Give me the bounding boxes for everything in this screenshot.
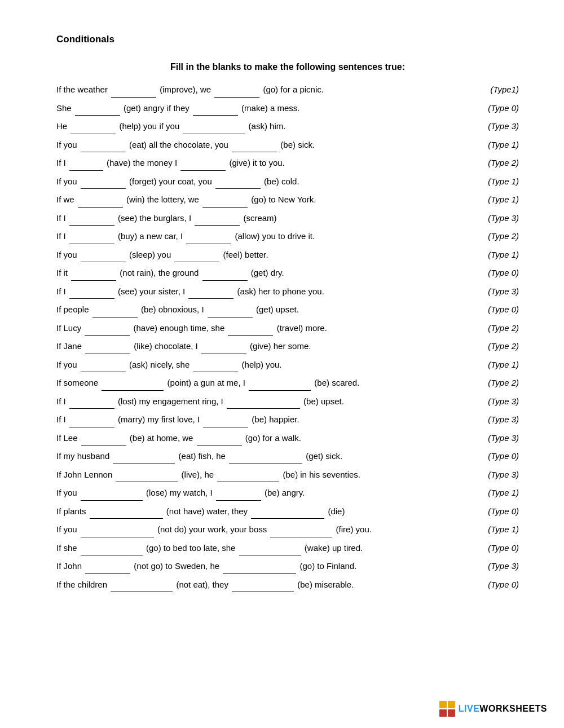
blank-2[interactable] bbox=[239, 541, 301, 556]
blank-1[interactable] bbox=[78, 192, 123, 208]
blank-1[interactable] bbox=[81, 248, 126, 263]
blank-2[interactable] bbox=[251, 504, 324, 519]
sentence-type: (Type 3) bbox=[474, 431, 519, 445]
liveworksheets-logo: LIVEWORKSHEETS bbox=[439, 701, 547, 717]
sentence-item: If the weather (improve), we (go) for a … bbox=[56, 82, 519, 98]
blank-2[interactable] bbox=[174, 248, 219, 263]
sentence-text: If I (have) the money I (give) it to you… bbox=[56, 156, 474, 171]
blank-1[interactable] bbox=[81, 486, 143, 501]
sentence-item: If Jane (like) chocolate, I (give) her s… bbox=[56, 339, 519, 354]
sentence-type: (Type 3) bbox=[474, 412, 519, 427]
sentence-item: If people (be) obnoxious, I (get) upset.… bbox=[56, 302, 519, 317]
blank-2[interactable] bbox=[232, 138, 277, 153]
blank-2[interactable] bbox=[270, 522, 332, 537]
blank-1[interactable] bbox=[69, 156, 103, 171]
sentence-type: (Type 1) bbox=[474, 138, 519, 152]
blank-2[interactable] bbox=[180, 156, 226, 171]
blank-2[interactable] bbox=[249, 376, 311, 391]
blank-2[interactable] bbox=[203, 412, 248, 427]
blank-1[interactable] bbox=[69, 211, 114, 226]
blank-1[interactable] bbox=[111, 577, 173, 593]
blank-2[interactable] bbox=[217, 467, 279, 483]
sentence-text: If the weather (improve), we (go) for a … bbox=[56, 82, 474, 98]
sentence-item: If my husband (eat) fish, he (get) sick.… bbox=[56, 449, 519, 464]
sentence-item: If you (forget) your coat, you (be) cold… bbox=[56, 174, 519, 189]
blank-1[interactable] bbox=[81, 522, 154, 537]
blank-2[interactable] bbox=[208, 302, 253, 317]
blank-2[interactable] bbox=[202, 266, 248, 281]
sentence-text: If you (eat) all the chocolate, you (be)… bbox=[56, 138, 474, 153]
blank-2[interactable] bbox=[183, 119, 245, 134]
sentence-type: (Type 0) bbox=[474, 449, 519, 464]
blank-1[interactable] bbox=[69, 412, 114, 427]
sentence-text: If she (go) to bed too late, she (wake) … bbox=[56, 541, 474, 556]
sentence-type: (Type 0) bbox=[474, 504, 519, 519]
blank-2[interactable] bbox=[223, 559, 296, 574]
blank-2[interactable] bbox=[197, 431, 242, 446]
blank-2[interactable] bbox=[188, 284, 233, 299]
blank-2[interactable] bbox=[202, 192, 248, 208]
sentence-type: (Type 0) bbox=[474, 541, 519, 555]
blank-1[interactable] bbox=[81, 358, 126, 373]
sentence-text: If I (marry) my first love, I (be) happi… bbox=[56, 412, 474, 427]
blank-1[interactable] bbox=[111, 82, 156, 98]
blank-2[interactable] bbox=[186, 229, 231, 244]
sentence-type: (Type 2) bbox=[474, 156, 519, 170]
blank-1[interactable] bbox=[113, 449, 175, 464]
blank-2[interactable] bbox=[193, 358, 238, 373]
blank-1[interactable] bbox=[69, 394, 114, 409]
sentence-text: If you (sleep) you (feel) better. bbox=[56, 248, 474, 263]
sentence-item: If someone (point) a gun at me, I (be) s… bbox=[56, 376, 519, 391]
blank-2[interactable] bbox=[215, 174, 261, 189]
sentence-text: If I (lost) my engagement ring, I (be) u… bbox=[56, 394, 474, 409]
sentence-text: She (get) angry if they (make) a mess. bbox=[56, 101, 474, 116]
blank-1[interactable] bbox=[85, 339, 130, 354]
sentence-item: If you (lose) my watch, I (be) angry.(Ty… bbox=[56, 486, 519, 501]
sentence-type: (Type 3) bbox=[474, 559, 519, 573]
blank-1[interactable] bbox=[90, 504, 163, 519]
blank-1[interactable] bbox=[116, 467, 178, 483]
sentence-item: He (help) you if you (ask) him.(Type 3) bbox=[56, 119, 519, 134]
sentence-text: If John (not go) to Sweden, he (go) to F… bbox=[56, 559, 474, 574]
sentence-item: If the children (not eat), they (be) mis… bbox=[56, 577, 519, 593]
sentence-type: (Type 3) bbox=[474, 394, 519, 409]
blank-1[interactable] bbox=[81, 138, 126, 153]
blank-2[interactable] bbox=[227, 394, 300, 409]
blank-2[interactable] bbox=[228, 321, 273, 336]
blank-1[interactable] bbox=[71, 266, 116, 281]
blank-2[interactable] bbox=[201, 339, 246, 354]
blank-1[interactable] bbox=[75, 101, 120, 116]
blank-1[interactable] bbox=[81, 431, 126, 446]
blank-2[interactable] bbox=[232, 577, 294, 593]
blank-2[interactable] bbox=[229, 449, 302, 464]
sentence-item: If I (buy) a new car, I (allow) you to d… bbox=[56, 229, 519, 244]
sentence-text: If plants (not have) water, they (die) bbox=[56, 504, 474, 519]
blank-2[interactable] bbox=[216, 486, 261, 501]
sentence-type: (Type 2) bbox=[474, 376, 519, 390]
sentence-item: If I (have) the money I (give) it to you… bbox=[56, 156, 519, 171]
sentence-type: (Type 0) bbox=[474, 577, 519, 592]
blank-1[interactable] bbox=[102, 376, 164, 391]
lws-brand-text: LIVEWORKSHEETS bbox=[459, 704, 547, 714]
sentence-text: If I (see) the burglars, I (scream) bbox=[56, 211, 474, 226]
blank-1[interactable] bbox=[85, 559, 130, 574]
blank-1[interactable] bbox=[69, 284, 114, 299]
blank-1[interactable] bbox=[85, 321, 130, 336]
sentence-item: If you (ask) nicely, she (help) you.(Typ… bbox=[56, 358, 519, 373]
blank-2[interactable] bbox=[195, 211, 240, 226]
sentence-text: If Lucy (have) enough time, she (travel)… bbox=[56, 321, 474, 336]
sentence-type: (Type 3) bbox=[474, 211, 519, 226]
sentence-item: If Lucy (have) enough time, she (travel)… bbox=[56, 321, 519, 336]
blank-1[interactable] bbox=[92, 302, 138, 317]
blank-2[interactable] bbox=[214, 82, 259, 98]
page-title: Conditionals bbox=[56, 34, 519, 45]
blank-1[interactable] bbox=[69, 229, 114, 244]
sentence-type: (Type 3) bbox=[474, 119, 519, 134]
blank-2[interactable] bbox=[193, 101, 238, 116]
sentence-item: If I (see) your sister, I (ask) her to p… bbox=[56, 284, 519, 299]
blank-1[interactable] bbox=[70, 119, 116, 134]
sentence-item: If she (go) to bed too late, she (wake) … bbox=[56, 541, 519, 556]
blank-1[interactable] bbox=[81, 541, 143, 556]
sentence-type: (Type 1) bbox=[474, 522, 519, 537]
blank-1[interactable] bbox=[81, 174, 126, 189]
